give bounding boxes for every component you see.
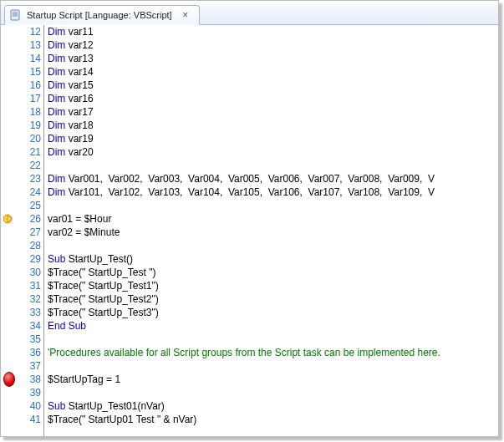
tab-title: Startup Script [Language: VBScript] (27, 10, 172, 20)
code-editor[interactable]: 1213141516171819202122232425262728293031… (1, 25, 498, 436)
line-number[interactable]: 13 (18, 38, 41, 52)
code-line[interactable]: Dim Var101, Var102, Var103, Var104, Var1… (44, 185, 498, 199)
editor-tab[interactable]: Startup Script [Language: VBScript] × (4, 5, 200, 25)
line-number[interactable]: 22 (18, 159, 41, 172)
margin-slot[interactable] (1, 399, 18, 413)
line-number[interactable]: 18 (18, 105, 41, 119)
line-number[interactable]: 38 (18, 373, 41, 386)
margin-slot[interactable] (1, 65, 18, 79)
code-line[interactable]: Dim var16 (44, 92, 498, 105)
margin-slot[interactable] (1, 159, 18, 172)
code-line[interactable]: $Trace(" StartUp_Test1") (44, 279, 498, 292)
code-line[interactable]: Dim var17 (44, 105, 498, 119)
code-line[interactable]: $Trace(" StartUp01 Test " & nVar) (44, 413, 498, 426)
line-number[interactable]: 19 (18, 119, 41, 132)
margin-slot[interactable] (1, 319, 18, 333)
margin-slot[interactable] (1, 185, 18, 199)
margin-slot[interactable] (1, 132, 18, 145)
line-number[interactable]: 15 (18, 65, 41, 79)
line-number[interactable]: 16 (18, 79, 41, 92)
line-number[interactable]: 26 (18, 212, 41, 226)
margin-slot[interactable] (1, 373, 18, 386)
code-line[interactable]: Dim var15 (44, 79, 498, 92)
code-line[interactable] (44, 159, 498, 172)
code-line[interactable]: $Trace(" StartUp_Test ") (44, 266, 498, 279)
margin-slot[interactable] (1, 359, 18, 373)
code-line[interactable] (44, 359, 498, 373)
margin-slot[interactable] (1, 386, 18, 399)
code-line[interactable]: Dim var14 (44, 65, 498, 79)
line-number[interactable]: 25 (18, 199, 41, 212)
margin-slot[interactable] (1, 212, 18, 226)
margin-slot[interactable] (1, 52, 18, 65)
line-number[interactable]: 12 (18, 25, 41, 38)
code-line[interactable]: $Trace(" StartUp_Test2") (44, 292, 498, 306)
margin-slot[interactable] (1, 413, 18, 426)
margin-slot[interactable] (1, 38, 18, 52)
line-number[interactable]: 35 (18, 333, 41, 346)
code-line[interactable]: $StartUpTag = 1 (44, 373, 498, 386)
margin-slot[interactable] (1, 226, 18, 239)
code-line[interactable] (44, 333, 498, 346)
code-line[interactable]: Dim var20 (44, 145, 498, 159)
svg-rect-0 (11, 10, 19, 20)
line-number[interactable]: 14 (18, 52, 41, 65)
line-number[interactable]: 36 (18, 346, 41, 359)
code-line[interactable]: Sub StartUp_Test01(nVar) (44, 399, 498, 413)
line-number[interactable]: 33 (18, 306, 41, 319)
code-line[interactable]: End Sub (44, 319, 498, 333)
code-content[interactable]: Dim var11Dim var12Dim var13Dim var14Dim … (44, 25, 498, 436)
margin-slot[interactable] (1, 145, 18, 159)
line-number[interactable]: 28 (18, 239, 41, 252)
current-line-arrow-icon (3, 212, 15, 226)
line-number[interactable]: 34 (18, 319, 41, 333)
margin-slot[interactable] (1, 172, 18, 185)
margin-slot[interactable] (1, 279, 18, 292)
line-number[interactable]: 23 (18, 172, 41, 185)
code-line[interactable] (44, 239, 498, 252)
code-line[interactable]: Dim var19 (44, 132, 498, 145)
line-number[interactable]: 39 (18, 386, 41, 399)
margin-slot[interactable] (1, 25, 18, 38)
margin-slot[interactable] (1, 292, 18, 306)
line-number[interactable]: 40 (18, 399, 41, 413)
line-number[interactable]: 17 (18, 92, 41, 105)
code-line[interactable]: Dim var18 (44, 119, 498, 132)
margin-slot[interactable] (1, 239, 18, 252)
code-line[interactable]: Dim var13 (44, 52, 498, 65)
margin-slot[interactable] (1, 266, 18, 279)
code-line[interactable]: Dim var11 (44, 25, 498, 38)
margin-slot[interactable] (1, 346, 18, 359)
code-line[interactable] (44, 386, 498, 399)
code-line[interactable]: var02 = $Minute (44, 226, 498, 239)
code-line[interactable]: Dim var12 (44, 38, 498, 52)
margin-slot[interactable] (1, 306, 18, 319)
code-line[interactable]: Dim Var001, Var002, Var003, Var004, Var0… (44, 172, 498, 185)
code-line[interactable] (44, 199, 498, 212)
margin-slot[interactable] (1, 199, 18, 212)
margin-slot[interactable] (1, 333, 18, 346)
code-line[interactable]: $Trace(" StartUp_Test3") (44, 306, 498, 319)
margin-slot[interactable] (1, 252, 18, 266)
line-number[interactable]: 21 (18, 145, 41, 159)
code-line[interactable]: 'Procedures available for all Script gro… (44, 346, 498, 359)
code-line[interactable]: Sub StartUp_Test() (44, 252, 498, 266)
line-number[interactable]: 30 (18, 266, 41, 279)
line-number-gutter[interactable]: 1213141516171819202122232425262728293031… (18, 25, 44, 436)
margin-slot[interactable] (1, 79, 18, 92)
line-number[interactable]: 29 (18, 252, 41, 266)
margin-slot[interactable] (1, 119, 18, 132)
line-number[interactable]: 24 (18, 185, 41, 199)
margin-slot[interactable] (1, 92, 18, 105)
code-line[interactable]: var01 = $Hour (44, 212, 498, 226)
line-number[interactable]: 27 (18, 226, 41, 239)
marker-margin[interactable] (1, 25, 18, 436)
line-number[interactable]: 31 (18, 279, 41, 292)
close-icon[interactable]: × (181, 10, 191, 20)
margin-slot[interactable] (1, 105, 18, 119)
line-number[interactable]: 32 (18, 292, 41, 306)
line-number[interactable]: 37 (18, 359, 41, 373)
line-number[interactable]: 20 (18, 132, 41, 145)
breakpoint-icon[interactable] (3, 372, 15, 387)
line-number[interactable]: 41 (18, 413, 41, 426)
